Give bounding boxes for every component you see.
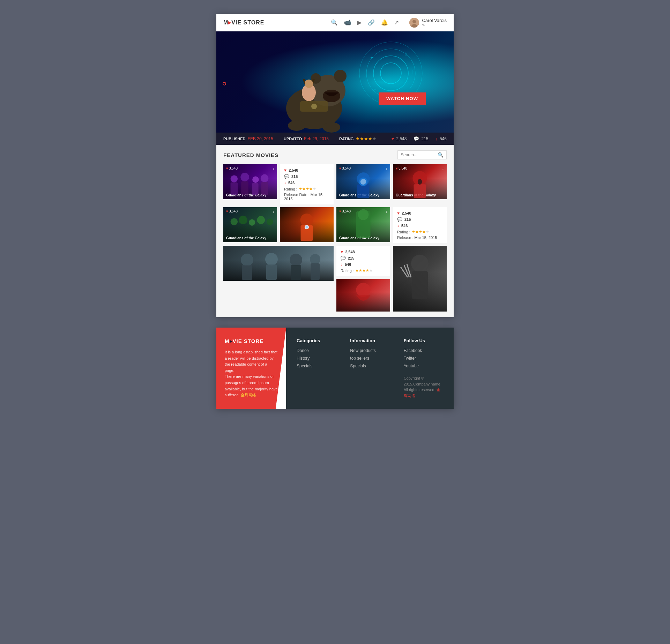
- footer-follow-col: Follow Us Facebook Twitter Youtube Copyr…: [404, 338, 443, 398]
- detail3-stars: ★★★★★: [355, 268, 373, 273]
- footer-link-facebook[interactable]: Facebook: [404, 348, 443, 353]
- svg-point-55: [310, 254, 320, 264]
- detail3-downloads: 546: [345, 262, 351, 267]
- hero-likes: ♥ 2,548: [392, 136, 407, 141]
- heart-icon: ♥: [392, 136, 394, 141]
- footer-copyright: Copyright © 2015.Company name All rights…: [404, 375, 443, 398]
- svg-point-17: [323, 122, 340, 133]
- svg-point-39: [239, 216, 247, 224]
- detail2-download-icon: ↓: [397, 223, 399, 228]
- movie-thumb-9[interactable]: [393, 246, 447, 312]
- stats-bar: PUBLISHED FEB 20, 2015 UPDATED Feb 29, 2…: [216, 133, 454, 145]
- movie-thumb-5[interactable]: [280, 207, 334, 242]
- svg-rect-32: [357, 184, 370, 198]
- main-card: M▸VIE STORE 🔍 📹 ▶ 🔗 🔔 ↗: [216, 14, 454, 317]
- detail2-rating-label: Rating :: [397, 230, 410, 234]
- footer-link-history[interactable]: History: [297, 356, 336, 361]
- detail1-release-row: Release Date : Mar 15, 2015: [284, 193, 329, 201]
- svg-point-21: [305, 80, 313, 88]
- svg-rect-28: [241, 181, 248, 195]
- search-icon[interactable]: 🔍: [438, 152, 444, 158]
- detail3-comment-icon: 💬: [341, 256, 346, 261]
- slide-indicator: [223, 82, 226, 85]
- footer-copyright-link[interactable]: 金辉网络: [404, 388, 440, 398]
- movie-detail-2: ♥ 2,548 💬 215 ↓ 546 Rating : ★★★★★: [393, 207, 447, 243]
- svg-point-23: [231, 175, 238, 183]
- svg-point-37: [418, 179, 422, 185]
- movie-thumb-2[interactable]: ♥ 3,548 ↓ Guardians of the Galaxy: [336, 164, 390, 199]
- svg-rect-52: [266, 264, 277, 280]
- detail3-comments: 215: [348, 256, 354, 260]
- hero-banner: ✦ ᚱ ᛏ ✧: [216, 31, 454, 133]
- detail2-release-date: Mar 15, 2015: [415, 235, 437, 240]
- movie-thumb-8[interactable]: [336, 279, 390, 312]
- movie-thumb-7[interactable]: [223, 246, 334, 281]
- featured-title: FEATURED MOVIES: [223, 152, 278, 158]
- footer-link-specials-info[interactable]: Specials: [350, 364, 389, 368]
- search-input[interactable]: [401, 152, 436, 157]
- svg-point-49: [241, 254, 253, 266]
- comment-icon: 💬: [414, 136, 419, 141]
- footer-link-dance[interactable]: Dance: [297, 348, 336, 353]
- svg-point-25: [252, 177, 259, 183]
- svg-rect-29: [252, 183, 258, 195]
- nav-icons: 🔍 📹 ▶ 🔗 🔔 ↗: [331, 19, 399, 26]
- detail1-comments: 215: [291, 174, 298, 179]
- detail1-download-icon: ↓: [284, 180, 286, 185]
- svg-text:ᚱ: ᚱ: [405, 52, 407, 57]
- detail1-comment-icon: 💬: [284, 174, 289, 179]
- svg-point-41: [257, 216, 265, 224]
- footer-link-youtube[interactable]: Youtube: [404, 364, 443, 368]
- search-nav-icon[interactable]: 🔍: [331, 19, 338, 26]
- footer-link-new-products[interactable]: New products: [350, 348, 389, 353]
- logo: M▸VIE STORE: [223, 19, 264, 26]
- svg-rect-27: [231, 182, 238, 195]
- featured-header: FEATURED MOVIES 🔍: [223, 150, 447, 159]
- detail1-heart-icon: ♥: [284, 168, 286, 173]
- svg-text:✦: ✦: [370, 55, 374, 60]
- svg-point-58: [411, 255, 429, 272]
- footer-link-twitter[interactable]: Twitter: [404, 356, 443, 361]
- detail1-stars: ★★★★★: [299, 187, 316, 191]
- header: M▸VIE STORE 🔍 📹 ▶ 🔗 🔔 ↗: [216, 14, 454, 31]
- svg-point-6: [380, 63, 401, 84]
- detail1-rating-label: Rating :: [284, 187, 297, 191]
- footer-description: It is a long established fact that a rea…: [225, 349, 278, 398]
- footer-information-title: Information: [350, 338, 389, 343]
- upload-nav-icon[interactable]: ↗: [394, 19, 399, 26]
- movie-thumb-6[interactable]: ♥ 3,548 ↓ Guardians of the Galaxy: [336, 207, 390, 242]
- edit-icon[interactable]: ✎: [422, 23, 447, 28]
- detail1-likes: 2,548: [289, 168, 298, 172]
- video-nav-icon[interactable]: 📹: [344, 19, 351, 26]
- detail1-rating-row: Rating : ★★★★★: [284, 187, 329, 191]
- detail2-stars: ★★★★★: [412, 230, 429, 234]
- footer-link-specials-cat[interactable]: Specials: [297, 364, 336, 368]
- updated-date: Feb 29, 2015: [304, 136, 329, 141]
- svg-text:ᛏ: ᛏ: [412, 70, 414, 74]
- watch-now-button[interactable]: WATCH NOW: [379, 92, 426, 105]
- movie-thumb-1[interactable]: ♥ 3,548 ↓ Guardians of the Galaxy: [223, 164, 277, 199]
- detail2-comment-icon: 💬: [397, 217, 402, 222]
- rating-stat: RATING ★★★★★: [339, 136, 377, 141]
- published-date: FEB 20, 2015: [248, 136, 273, 141]
- play-nav-icon[interactable]: ▶: [357, 19, 362, 26]
- footer-link-top-sellers[interactable]: top sellers: [350, 356, 389, 361]
- share-nav-icon[interactable]: 🔗: [368, 19, 375, 26]
- search-box[interactable]: 🔍: [397, 150, 447, 159]
- svg-rect-36: [414, 184, 426, 198]
- footer-follow-title: Follow Us: [404, 338, 443, 343]
- hero-downloads-count: 546: [440, 136, 447, 141]
- footer-information-col: Information New products top sellers Spe…: [350, 338, 389, 398]
- user-name: Carol Varois: [422, 18, 447, 23]
- svg-rect-54: [291, 265, 301, 280]
- svg-point-19: [311, 104, 317, 109]
- svg-point-53: [290, 254, 302, 266]
- movie-thumb-4[interactable]: ♥ 3,548 ↓ Guardians of the Galaxy: [223, 207, 277, 242]
- svg-rect-50: [242, 265, 252, 280]
- movie-thumb-3[interactable]: ♥ 3,548 ↓ Guardians of the Galaxy: [393, 164, 447, 199]
- footer-brand: M▸VIE STORE It is a long established fac…: [216, 328, 286, 409]
- bell-nav-icon[interactable]: 🔔: [381, 19, 388, 26]
- svg-point-24: [240, 173, 249, 181]
- svg-point-34: [360, 179, 366, 185]
- updated-label: UPDATED: [284, 137, 302, 141]
